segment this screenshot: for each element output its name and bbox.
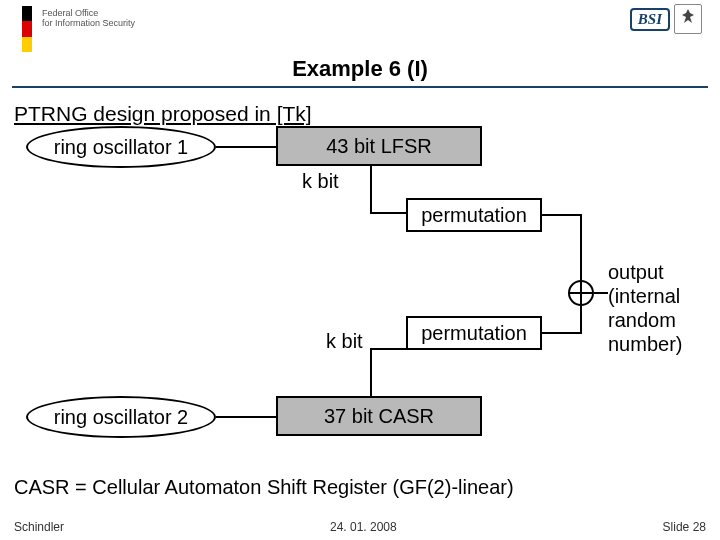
bsi-text: BSI <box>630 8 670 31</box>
bsi-logo: BSI <box>630 4 702 34</box>
edge-permbot-right <box>542 332 582 334</box>
lfsr-block: 43 bit LFSR <box>276 126 482 166</box>
edge-lfsr-down <box>370 166 372 214</box>
edge-osc1-lfsr <box>216 146 276 148</box>
osc2-label: ring oscillator 2 <box>54 406 189 429</box>
output-l4: number) <box>608 332 682 356</box>
lfsr-label: 43 bit LFSR <box>326 135 432 158</box>
output-l2: (internal <box>608 284 682 308</box>
edge-casr-up <box>370 348 372 396</box>
title-rule <box>12 86 708 88</box>
edge-xor-output <box>594 292 608 294</box>
ring-oscillator-2: ring oscillator 2 <box>26 396 216 438</box>
permutation-bottom: permutation <box>406 316 542 350</box>
casr-label: 37 bit CASR <box>324 405 434 428</box>
kbit-top-label: k bit <box>302 170 339 193</box>
edge-to-perm-bot <box>370 348 406 350</box>
output-l3: random <box>608 308 682 332</box>
footer-author: Schindler <box>14 520 64 534</box>
edge-to-perm-top <box>370 212 406 214</box>
agency-line2: for Information Security <box>42 18 135 28</box>
footnote: CASR = Cellular Automaton Shift Register… <box>14 476 514 499</box>
xor-node <box>568 280 594 306</box>
perm-bot-label: permutation <box>421 322 527 345</box>
perm-top-label: permutation <box>421 204 527 227</box>
edge-permtop-down <box>580 214 582 282</box>
ring-oscillator-1: ring oscillator 1 <box>26 126 216 168</box>
diagram-canvas: ring oscillator 1 43 bit LFSR k bit perm… <box>0 108 720 488</box>
footer: Schindler 24. 01. 2008 Slide 28 <box>14 520 706 534</box>
footer-slide: Slide 28 <box>663 520 706 534</box>
osc1-label: ring oscillator 1 <box>54 136 189 159</box>
footer-date: 24. 01. 2008 <box>330 520 397 534</box>
eagle-emblem-icon <box>674 4 702 34</box>
slide-title: Example 6 (I) <box>0 56 720 82</box>
output-label: output (internal random number) <box>608 260 682 356</box>
edge-permtop-right <box>542 214 582 216</box>
edge-permbot-up <box>580 306 582 334</box>
permutation-top: permutation <box>406 198 542 232</box>
output-l1: output <box>608 260 682 284</box>
agency-name: Federal Office for Information Security <box>42 8 135 29</box>
kbit-bot-label: k bit <box>326 330 363 353</box>
agency-line1: Federal Office <box>42 8 135 18</box>
header: Federal Office for Information Security … <box>0 0 720 58</box>
edge-osc2-casr <box>216 416 276 418</box>
german-flag-icon <box>22 6 32 52</box>
casr-block: 37 bit CASR <box>276 396 482 436</box>
